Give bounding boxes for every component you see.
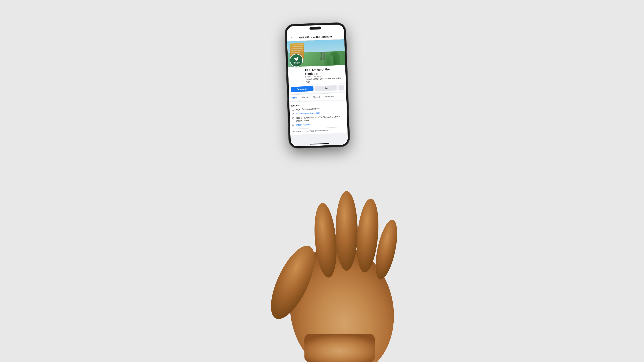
- wifi-icon: [333, 30, 336, 32]
- scene: 2:01: [0, 0, 644, 362]
- details-title: Details: [291, 102, 345, 107]
- nav-tabs: Posts About Photos Mentions: [289, 93, 346, 102]
- signal-bars-icon: [330, 30, 332, 32]
- link-icon: [292, 113, 294, 116]
- details-section: Details i Page · College & university: [289, 100, 348, 135]
- svg-point-11: [324, 52, 325, 54]
- detail-row-website: usf.edu/registrar/index.aspx: [292, 111, 345, 116]
- svg-point-3: [336, 191, 358, 271]
- profile-circle-wrapper: Office of the Registrar: [290, 54, 303, 67]
- battery-fill: [337, 30, 339, 32]
- fb-header-title: USF Office of the Registrar: [299, 35, 332, 39]
- dynamic-island: [309, 26, 321, 30]
- page-info: USF Office of the Registrar 5 likes · 7 …: [288, 65, 346, 85]
- close-button[interactable]: ×: [290, 36, 294, 40]
- svg-rect-6: [304, 334, 375, 362]
- content-notice: This content on your Page is visible to …: [292, 127, 346, 133]
- tab-mentions[interactable]: Mentions: [322, 93, 336, 100]
- info-icon: i: [291, 108, 294, 111]
- phone-icon: [292, 124, 295, 127]
- tab-photos[interactable]: Photos: [310, 94, 322, 101]
- detail-row-phone: (813) 974-2000: [292, 122, 346, 127]
- profile-label-line2: Registrar: [294, 63, 300, 65]
- usf-bull-icon: [294, 56, 299, 62]
- detail-phone[interactable]: (813) 974-2000: [296, 124, 310, 127]
- signal-bar-1: [330, 32, 330, 32]
- svg-rect-12: [324, 54, 325, 57]
- tab-posts[interactable]: Posts: [289, 94, 300, 102]
- hand-container: [206, 151, 464, 362]
- detail-website[interactable]: usf.edu/registrar/index.aspx: [296, 112, 320, 116]
- status-time: 2:01: [290, 31, 296, 34]
- detail-page-type: Page · College & university: [296, 108, 320, 111]
- profile-avatar: Office of the Registrar: [290, 54, 303, 67]
- detail-row-page-type: i Page · College & university: [291, 106, 345, 111]
- svg-point-7: [320, 52, 322, 54]
- phone-screen: 2:01: [287, 24, 348, 146]
- fb-content: Office of the Registrar USF Office of th…: [287, 39, 348, 146]
- tab-about[interactable]: About: [300, 94, 310, 101]
- signal-bar-2: [331, 31, 331, 32]
- contact-us-button[interactable]: Contact us: [290, 86, 314, 92]
- svg-rect-9: [320, 57, 321, 60]
- more-button[interactable]: ···: [338, 85, 344, 90]
- like-button[interactable]: Like: [314, 86, 338, 91]
- status-icons: [330, 30, 340, 32]
- action-buttons: Contact us Like ···: [289, 83, 346, 94]
- battery-icon: [336, 30, 340, 32]
- svg-point-17: [293, 118, 294, 118]
- svg-rect-13: [323, 57, 324, 60]
- svg-rect-8: [320, 54, 322, 57]
- phone-wrapper: 2:01: [285, 22, 350, 149]
- signal-bar-3: [331, 31, 332, 32]
- students-silhouette: [319, 52, 326, 61]
- detail-row-address: 4202 E Fowler Ave SVC 1034, Tampa, FL, U…: [292, 115, 346, 123]
- phone-body: 2:01: [285, 22, 350, 149]
- location-icon: [292, 117, 294, 120]
- page-name: USF Office of the Registrar: [305, 67, 344, 76]
- page-description: The Official USF Office of the Registrar…: [305, 77, 344, 83]
- detail-address: 4202 E Fowler Ave SVC 1034, Tampa, FL, U…: [296, 115, 346, 122]
- svg-rect-14: [324, 57, 325, 60]
- signal-bar-4: [332, 30, 332, 32]
- svg-text:i: i: [292, 109, 293, 111]
- svg-rect-10: [321, 57, 322, 60]
